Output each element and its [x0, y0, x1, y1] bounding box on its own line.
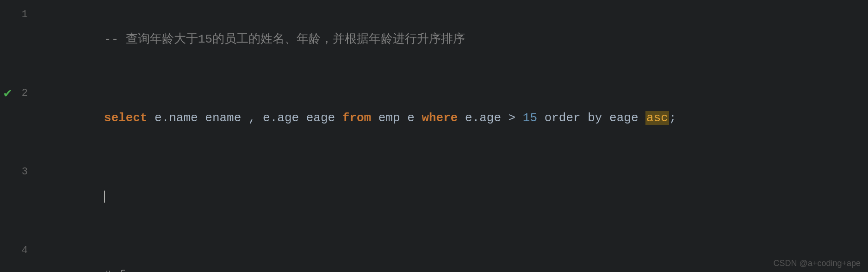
sql-plain-2: emp e [371, 111, 422, 125]
text-cursor [104, 191, 105, 203]
line-content-4[interactable]: # from... [37, 238, 868, 272]
comment-text-1: -- 查询年龄大于15的员工的姓名、年龄，并根据年龄进行升序排序 [104, 32, 465, 46]
code-line-2: ✔ 2 select e.name ename , e.age eage fro… [0, 79, 868, 157]
code-line-4: 4 # from... [0, 236, 868, 272]
line-content-3[interactable] [37, 159, 868, 234]
sql-plain-1: e.name ename , e.age eage [147, 111, 342, 125]
editor-container: 1 -- 查询年龄大于15的员工的姓名、年龄，并根据年龄进行升序排序 ✔ 2 s… [0, 0, 868, 272]
code-line-3: 3 [0, 157, 868, 236]
line-number-4: 4 [0, 238, 37, 263]
line-content-2[interactable]: select e.name ename , e.age eage from em… [37, 80, 868, 155]
from-keyword: from [342, 111, 371, 125]
select-keyword: select [104, 111, 148, 125]
line-number-1: 1 [0, 2, 37, 27]
line-number-3: 3 [0, 159, 37, 184]
line-number-2: ✔ 2 [0, 80, 37, 105]
sql-plain-4: order by eage [537, 111, 645, 125]
where-keyword: where [422, 111, 458, 125]
line-content-1[interactable]: -- 查询年龄大于15的员工的姓名、年龄，并根据年龄进行升序排序 [37, 2, 868, 77]
code-line-1: 1 -- 查询年龄大于15的员工的姓名、年龄，并根据年龄进行升序排序 [0, 0, 868, 79]
code-area: 1 -- 查询年龄大于15的员工的姓名、年龄，并根据年龄进行升序排序 ✔ 2 s… [0, 0, 868, 272]
check-icon-2: ✔ [4, 85, 12, 101]
asc-keyword: asc [645, 111, 669, 125]
sql-semicolon: ; [669, 111, 676, 125]
sql-plain-3: e.age > [458, 111, 522, 125]
number-15: 15 [523, 111, 537, 125]
comment-from: # from... [104, 268, 169, 272]
watermark: CSDN @a+coding+ape [774, 259, 861, 268]
